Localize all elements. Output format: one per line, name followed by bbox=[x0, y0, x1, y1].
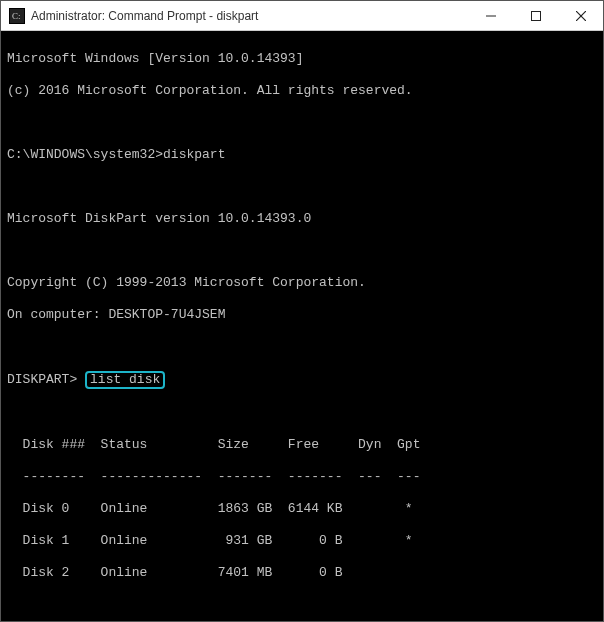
window-controls bbox=[468, 1, 603, 30]
minimize-button[interactable] bbox=[468, 1, 513, 30]
path-prompt: C:\WINDOWS\system32> bbox=[7, 147, 163, 162]
diskpart-version: Microsoft DiskPart version 10.0.14393.0 bbox=[7, 211, 597, 227]
table-header: Disk ### Status Size Free Dyn Gpt bbox=[7, 437, 597, 453]
terminal-output[interactable]: Microsoft Windows [Version 10.0.14393] (… bbox=[1, 31, 603, 621]
cmd-diskpart: diskpart bbox=[163, 147, 225, 162]
command-prompt-window: C: Administrator: Command Prompt - diskp… bbox=[0, 0, 604, 622]
titlebar[interactable]: C: Administrator: Command Prompt - diskp… bbox=[1, 1, 603, 31]
svg-text:C:: C: bbox=[12, 11, 21, 21]
cmd-icon: C: bbox=[9, 8, 25, 24]
table-separator: -------- ------------- ------- ------- -… bbox=[7, 469, 597, 485]
maximize-button[interactable] bbox=[513, 1, 558, 30]
diskpart-prompt: DISKPART> bbox=[7, 372, 77, 387]
table-row: Disk 2 Online 7401 MB 0 B bbox=[7, 565, 597, 581]
version-line: Microsoft Windows [Version 10.0.14393] bbox=[7, 51, 597, 67]
close-button[interactable] bbox=[558, 1, 603, 30]
diskpart-copyright: Copyright (C) 1999-2013 Microsoft Corpor… bbox=[7, 275, 597, 291]
copyright-line: (c) 2016 Microsoft Corporation. All righ… bbox=[7, 83, 597, 99]
table-row: Disk 1 Online 931 GB 0 B * bbox=[7, 533, 597, 549]
computer-name: On computer: DESKTOP-7U4JSEM bbox=[7, 307, 597, 323]
svg-rect-4 bbox=[531, 11, 540, 20]
window-title: Administrator: Command Prompt - diskpart bbox=[31, 9, 468, 23]
highlight-list-disk: list disk bbox=[85, 371, 165, 389]
table-row: Disk 0 Online 1863 GB 6144 KB * bbox=[7, 501, 597, 517]
